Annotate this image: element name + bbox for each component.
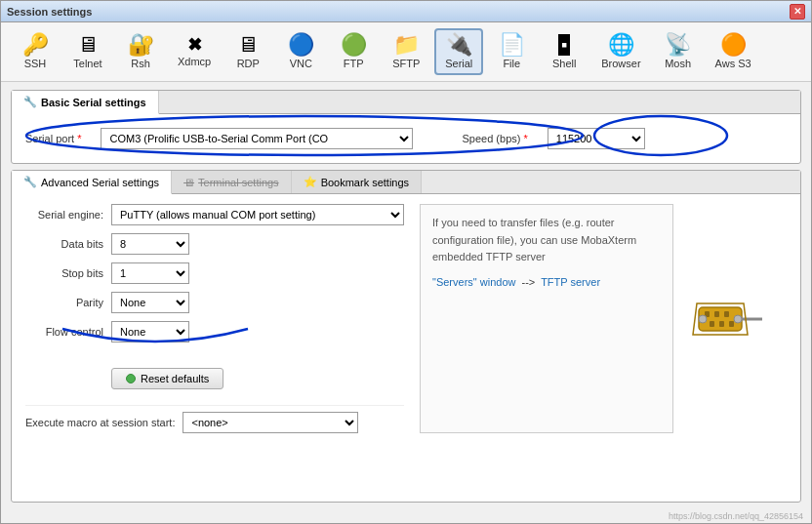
svg-point-9 <box>699 315 707 323</box>
svg-rect-8 <box>729 321 734 327</box>
stop-bits-select[interactable]: 1 <box>111 262 189 284</box>
telnet-label: Telnet <box>73 58 102 69</box>
engine-select[interactable]: PuTTY (allows manual COM port setting) <box>111 204 404 225</box>
serial-label: Serial <box>445 58 472 69</box>
sidebar-item-shell[interactable]: ▪ Shell <box>540 29 589 74</box>
data-bits-row: Data bits 8 <box>25 233 404 255</box>
macro-select[interactable]: <none> <box>183 412 358 433</box>
engine-row: Serial engine: PuTTY (allows manual COM … <box>25 204 404 225</box>
sidebar-item-vnc[interactable]: 🔵 VNC <box>276 29 325 74</box>
reset-label: Reset defaults <box>141 373 209 384</box>
window-title: Session settings <box>7 6 92 18</box>
close-button[interactable]: ✕ <box>790 4 805 20</box>
ssh-icon: 🔑 <box>22 34 49 56</box>
sidebar-item-rdp[interactable]: 🖥 RDP <box>223 29 272 74</box>
stop-bits-label: Stop bits <box>25 267 103 279</box>
svg-rect-7 <box>719 321 724 327</box>
sidebar-item-awss3[interactable]: 🟠 Aws S3 <box>707 29 760 74</box>
awss3-icon: 🟠 <box>720 34 747 56</box>
serial-icon: 🔌 <box>446 34 472 56</box>
rsh-icon: 🔐 <box>128 34 154 56</box>
info-arrow: --> <box>522 276 536 288</box>
sidebar-item-ssh[interactable]: 🔑 SSH <box>11 29 60 74</box>
sidebar-item-xdmcp[interactable]: ✖ Xdmcp <box>169 31 220 72</box>
ftp-icon: 🟢 <box>341 34 367 56</box>
tab-bookmark-settings[interactable]: ⭐ Bookmark settings <box>292 171 422 193</box>
rsh-label: Rsh <box>131 58 150 69</box>
advanced-section: 🔧 Advanced Serial settings 🖥 Terminal se… <box>11 170 801 503</box>
tab-terminal-settings[interactable]: 🖥 Terminal settings <box>172 171 292 193</box>
rdp-icon: 🖥 <box>237 34 259 56</box>
basic-serial-tab-label: Basic Serial settings <box>41 97 146 108</box>
adv-left-panel: Serial engine: PuTTY (allows manual COM … <box>25 204 404 433</box>
file-icon: 📄 <box>499 34 525 56</box>
basic-serial-icon: 🔧 <box>23 96 37 108</box>
flow-control-row: Flow control None <box>25 321 404 343</box>
info-links: "Servers" window --> TFTP server <box>432 274 661 292</box>
serial-port-label: Serial port * <box>25 133 81 144</box>
shell-icon: ▪ <box>558 34 570 56</box>
advanced-tab-header: 🔧 Advanced Serial settings 🖥 Terminal se… <box>12 171 800 194</box>
sidebar-item-rsh[interactable]: 🔐 Rsh <box>116 29 165 74</box>
advanced-content: Serial engine: PuTTY (allows manual COM … <box>12 194 800 443</box>
toolbar: 🔑 SSH 🖥 Telnet 🔐 Rsh ✖ Xdmcp 🖥 RDP 🔵 VNC… <box>1 22 811 82</box>
terminal-tab-label: Terminal settings <box>198 177 279 188</box>
speed-label: Speed (bps) * <box>462 133 527 144</box>
reset-dot-icon <box>126 374 136 383</box>
browser-icon: 🌐 <box>608 34 634 56</box>
rdp-label: RDP <box>237 58 260 69</box>
awss3-label: Aws S3 <box>715 58 751 69</box>
svg-rect-4 <box>714 311 719 317</box>
reset-defaults-area: Reset defaults <box>111 360 404 389</box>
sftp-label: SFTP <box>392 58 420 69</box>
session-settings-window: Session settings ✕ 🔑 SSH 🖥 Telnet 🔐 Rsh … <box>0 0 812 524</box>
basic-serial-content: Serial port * COM3 (Prolific USB-to-Seri… <box>12 114 800 163</box>
sftp-icon: 📁 <box>393 34 420 56</box>
bookmark-tab-label: Bookmark settings <box>321 177 409 188</box>
parity-select[interactable]: None <box>111 292 189 313</box>
file-label: File <box>503 58 520 69</box>
advanced-serial-icon: 🔧 <box>23 176 37 188</box>
sidebar-item-sftp[interactable]: 📁 SFTP <box>382 29 430 74</box>
tftp-server-link[interactable]: TFTP server <box>541 276 600 288</box>
reset-defaults-button[interactable]: Reset defaults <box>111 368 223 389</box>
shell-label: Shell <box>552 58 576 69</box>
main-content: 🔧 Basic Serial settings Serial port * CO… <box>1 82 811 510</box>
sidebar-item-ftp[interactable]: 🟢 FTP <box>329 29 378 74</box>
advanced-serial-tab-label: Advanced Serial settings <box>41 177 159 188</box>
engine-label: Serial engine: <box>25 209 103 221</box>
info-text: If you need to transfer files (e.g. rout… <box>432 215 661 266</box>
browser-label: Browser <box>601 58 640 69</box>
vnc-label: VNC <box>290 58 312 69</box>
terminal-icon: 🖥 <box>183 177 194 188</box>
data-bits-label: Data bits <box>25 238 103 250</box>
sidebar-item-mosh[interactable]: 📡 Mosh <box>654 29 703 74</box>
ftp-label: FTP <box>344 58 364 69</box>
tab-advanced-serial[interactable]: 🔧 Advanced Serial settings <box>12 171 172 194</box>
sidebar-item-serial[interactable]: 🔌 Serial <box>434 28 483 75</box>
macro-row: Execute macro at session start: <none> <box>25 405 404 433</box>
parity-label: Parity <box>25 297 103 308</box>
flow-control-label: Flow control <box>25 326 103 338</box>
watermark: https://blog.csdn.net/qq_42856154 <box>1 510 811 523</box>
data-bits-select[interactable]: 8 <box>111 233 189 255</box>
basic-serial-tab-header: 🔧 Basic Serial settings <box>12 91 800 114</box>
serial-connector-svg <box>689 290 767 348</box>
ssh-label: SSH <box>24 58 47 69</box>
tab-basic-serial[interactable]: 🔧 Basic Serial settings <box>12 91 159 114</box>
bookmark-icon: ⭐ <box>304 176 317 188</box>
flow-control-wrapper: None <box>111 321 189 343</box>
sidebar-item-file[interactable]: 📄 File <box>487 29 536 74</box>
sidebar-item-telnet[interactable]: 🖥 Telnet <box>63 29 112 74</box>
sidebar-item-browser[interactable]: 🌐 Browser <box>592 29 649 74</box>
mosh-icon: 📡 <box>665 34 691 56</box>
info-box: If you need to transfer files (e.g. rout… <box>420 204 673 433</box>
stop-bits-row: Stop bits 1 <box>25 262 404 284</box>
servers-window-link[interactable]: "Servers" window <box>432 276 515 288</box>
flow-control-select[interactable]: None <box>111 321 189 343</box>
serial-connector-icon <box>689 204 787 433</box>
xdmcp-icon: ✖ <box>187 36 202 54</box>
serial-port-select[interactable]: COM3 (Prolific USB-to-Serial Comm Port (… <box>101 128 413 149</box>
speed-select[interactable]: 115200 <box>548 128 645 149</box>
svg-point-10 <box>734 315 742 323</box>
